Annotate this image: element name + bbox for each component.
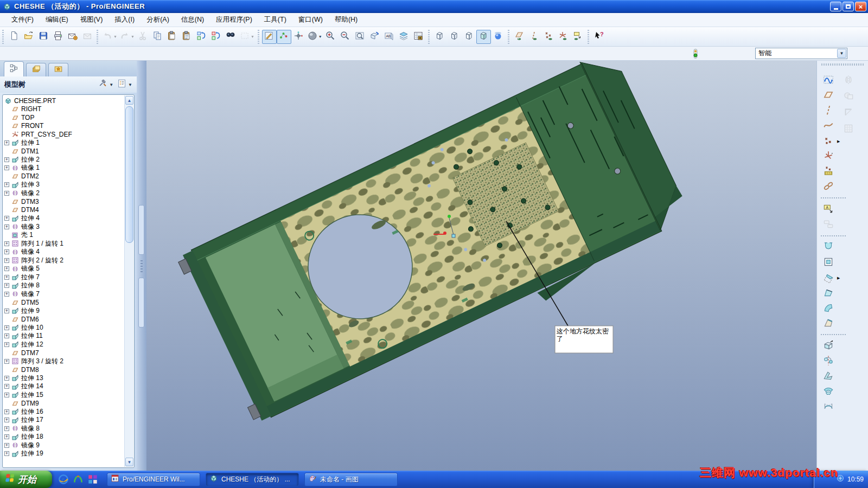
tree-item[interactable]: +拉伸 3 — [4, 181, 124, 189]
toolbar-handle[interactable] — [2, 30, 5, 44]
navigator-tab-model-tree-tab[interactable] — [4, 61, 24, 76]
tree-item[interactable]: DTM1 — [4, 147, 124, 156]
tree-columns-button[interactable]: ▼ — [117, 79, 132, 91]
minimize-button[interactable] — [830, 2, 841, 11]
tree-item[interactable]: +镜像 5 — [4, 265, 124, 273]
tree-item[interactable]: +阵列 1 / 旋转 1 — [4, 240, 124, 248]
start-button[interactable]: 开始 — [0, 471, 52, 488]
tree-item[interactable]: +拉伸 4 — [4, 214, 124, 223]
expander-icon[interactable]: + — [4, 384, 9, 389]
ie-icon[interactable]: e — [58, 473, 69, 485]
zoom-out-button[interactable] — [338, 30, 353, 44]
shell-tool-button[interactable] — [821, 256, 835, 270]
expander-icon[interactable]: + — [4, 325, 9, 330]
expander-icon[interactable]: + — [4, 275, 9, 280]
mail-link-button[interactable] — [80, 30, 94, 44]
tree-item[interactable]: +拉伸 17 — [4, 416, 124, 425]
menu-item-0[interactable]: 文件(F) — [5, 13, 40, 27]
point-display-button[interactable] — [541, 30, 556, 44]
flyout-arrow-icon[interactable]: ▶ — [837, 276, 840, 280]
menu-item-3[interactable]: 插入(I) — [108, 13, 141, 27]
menu-item-9[interactable]: 帮助(H) — [329, 13, 363, 27]
toolbar-handle[interactable] — [257, 30, 260, 44]
menu-item-5[interactable]: 信息(N) — [175, 13, 210, 27]
tree-item[interactable]: PRT_CSYS_DEF — [4, 130, 124, 139]
tree-item[interactable]: +镜像 9 — [4, 441, 124, 450]
tree-item[interactable]: CHESHE.PRT — [4, 97, 124, 105]
no-hidden-button[interactable] — [462, 30, 476, 44]
round-tool-button[interactable] — [821, 301, 835, 316]
scroll-up-button[interactable]: ▲ — [125, 96, 133, 105]
paste-special-button[interactable] — [180, 30, 194, 44]
tree-item[interactable]: +拉伸 16 — [4, 408, 124, 416]
csys-tool-button[interactable] — [821, 150, 835, 164]
open-button[interactable] — [21, 30, 36, 44]
axis-display-button[interactable] — [527, 30, 541, 44]
tree-item[interactable]: DTM3 — [4, 197, 124, 206]
tree-item[interactable]: +镜像 7 — [4, 290, 124, 299]
expander-icon[interactable]: + — [4, 418, 9, 422]
expander-icon[interactable]: + — [4, 191, 9, 196]
annotation-note[interactable]: 这个地方花纹太密 了 — [555, 326, 613, 353]
revolve-tool-button[interactable] — [821, 355, 835, 369]
sketch-point-tool-button[interactable] — [821, 165, 835, 179]
chevron-down-icon[interactable]: ▼ — [251, 35, 254, 38]
tree-item[interactable]: +拉伸 10 — [4, 324, 124, 332]
tree-item[interactable]: +镜像 1 — [4, 164, 124, 172]
annotation-display-button[interactable] — [571, 30, 585, 44]
tree-item[interactable]: +阵列 3 / 旋转 2 — [4, 357, 124, 366]
trim-tool-button[interactable] — [841, 106, 856, 120]
tree-item[interactable]: +镜像 8 — [4, 425, 124, 433]
shading-button[interactable]: ▼ — [306, 30, 323, 44]
splitter-collapse-button[interactable] — [138, 278, 144, 328]
navigator-tab-favorites-tab[interactable] — [48, 63, 68, 76]
expander-icon[interactable]: + — [4, 157, 9, 162]
scroll-down-button[interactable]: ▼ — [125, 458, 133, 466]
view-manager-button[interactable] — [411, 30, 426, 44]
tree-item[interactable]: +拉伸 2 — [4, 156, 124, 164]
tree-scrollbar[interactable]: ▲ ▼ — [124, 95, 133, 467]
sketcher-display-button[interactable] — [262, 30, 277, 44]
expander-icon[interactable]: + — [4, 216, 9, 221]
csys-display-button[interactable] — [556, 30, 571, 44]
expander-icon[interactable]: + — [4, 249, 9, 254]
expander-icon[interactable]: + — [4, 376, 9, 381]
curve-tool-button[interactable] — [821, 119, 835, 133]
regenerate-button[interactable] — [194, 30, 209, 44]
save-button[interactable] — [36, 30, 50, 44]
menu-item-6[interactable]: 应用程序(P) — [210, 13, 258, 27]
clock[interactable]: 10:59 — [847, 476, 864, 483]
boundary-blend-tool-button[interactable] — [821, 400, 835, 414]
copy-button[interactable] — [150, 30, 165, 44]
expander-icon[interactable]: + — [4, 182, 9, 187]
tree-item[interactable]: DTM9 — [4, 399, 124, 408]
point-tool-button[interactable] — [821, 134, 835, 149]
layers-button[interactable] — [397, 30, 411, 44]
chevron-down-icon[interactable]: ▼ — [113, 35, 117, 38]
expander-icon[interactable]: + — [4, 258, 9, 263]
tree-item[interactable]: +拉伸 1 — [4, 139, 124, 147]
new-file-button[interactable] — [7, 30, 21, 44]
send-email-button[interactable] — [65, 30, 80, 44]
merge-tool-button[interactable] — [841, 90, 856, 104]
close-button[interactable]: × — [855, 2, 866, 11]
expander-icon[interactable]: + — [4, 333, 9, 338]
tree-item[interactable]: +拉伸 9 — [4, 307, 124, 316]
chevron-down-icon[interactable]: ▼ — [131, 35, 135, 38]
plane-display-button[interactable] — [512, 30, 527, 44]
toolbar-handle[interactable] — [821, 63, 864, 66]
saved-views-button[interactable]: AB — [382, 30, 397, 44]
menu-item-2[interactable]: 视图(V) — [74, 13, 109, 27]
chamfer-tool-button[interactable] — [821, 317, 835, 331]
tree-item[interactable]: FRONT — [4, 122, 124, 131]
expander-icon[interactable]: + — [4, 140, 9, 145]
expander-icon[interactable]: + — [4, 292, 9, 297]
hidden-line-button[interactable] — [447, 30, 462, 44]
expander-icon[interactable]: + — [4, 426, 9, 431]
plane-tool-button[interactable] — [821, 89, 835, 103]
custom-regenerate-button[interactable] — [209, 30, 224, 44]
redo-button[interactable]: ▼ — [118, 30, 136, 44]
panel-splitter[interactable] — [137, 61, 146, 471]
splitter-collapse-button[interactable] — [138, 205, 144, 255]
datum-display-button[interactable] — [277, 30, 291, 44]
